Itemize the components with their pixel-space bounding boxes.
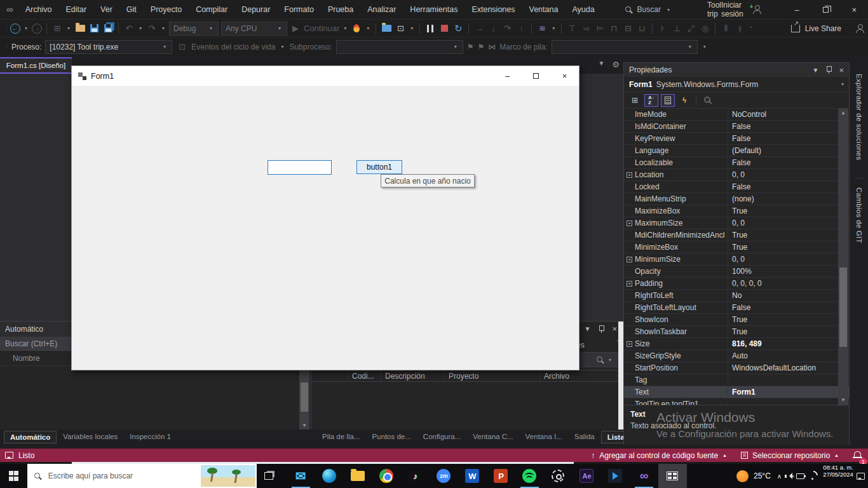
property-row[interactable]: + Location 0, 0 [624, 169, 849, 181]
menu-item[interactable]: Formato [277, 0, 321, 19]
tab-form1-designer[interactable]: Form1.cs [Diseño] [0, 57, 72, 74]
zoom-icon[interactable]: zm [430, 464, 458, 488]
make-same-height-button[interactable]: ⊥ [671, 22, 682, 36]
property-value[interactable] [728, 398, 849, 405]
severity-column[interactable] [311, 370, 348, 381]
align-bottoms-button[interactable]: ⊔ [636, 22, 648, 36]
scroll-up-icon[interactable]: ▲ [838, 109, 848, 118]
scroll-down-icon[interactable]: ▼ [299, 421, 309, 430]
column-header[interactable]: Archivo [540, 370, 618, 381]
save-button[interactable] [88, 22, 100, 36]
property-row[interactable]: + Padding 0, 0, 0, 0 [624, 278, 849, 290]
new-project-button[interactable]: ⊞ [51, 22, 63, 36]
column-header[interactable]: Codi... [348, 370, 381, 381]
form-minimize-button[interactable]: – [493, 66, 522, 86]
make-same-width-button[interactable]: ⊦ [657, 22, 668, 36]
property-row[interactable]: + StartPosition WindowsDefaultLocation [624, 362, 849, 374]
scrollbar-thumb[interactable] [839, 268, 847, 347]
property-row[interactable]: + Opacity 100% [624, 266, 849, 278]
step-into-button[interactable]: ↓ [487, 22, 499, 36]
property-value[interactable]: (none) [728, 193, 849, 205]
size-to-grid-button[interactable]: ◎ [699, 22, 710, 36]
thread-combo[interactable]: ▾ [336, 40, 463, 54]
form-design-surface[interactable]: button1 Calcula en que año nacio [72, 86, 579, 371]
solution-configuration-combo[interactable]: Debug ▾ [169, 22, 219, 36]
edge-icon[interactable] [315, 464, 344, 488]
property-row[interactable]: + RightToLeftLayout False [624, 302, 849, 314]
vertical-tool-tab[interactable]: Explorador de soluciones [855, 65, 863, 169]
select-repository-button[interactable]: Seleccionar repositorio ▲ [741, 451, 839, 460]
properties-vertical-scrollbar[interactable]: ▲ ▼ [838, 109, 848, 405]
chevron-down-icon[interactable]: ▾ [137, 25, 144, 31]
scrollbar-thumb[interactable] [301, 383, 308, 412]
toolbar-grip[interactable]: ⋮ [4, 46, 8, 48]
column-header[interactable]: Descripción [381, 370, 445, 381]
menu-item[interactable]: Depurar [234, 0, 277, 19]
property-value[interactable]: 0, 0 [728, 217, 849, 229]
volume-muted-icon[interactable]: × [785, 473, 793, 480]
property-value[interactable]: False [728, 302, 849, 313]
tab-list-dropdown-icon[interactable]: ▼ [598, 60, 604, 69]
file-explorer-icon[interactable] [344, 464, 372, 488]
tool-window-tab[interactable]: Salida [569, 431, 600, 444]
menu-item[interactable]: Archivo [18, 0, 59, 19]
task-view-button[interactable] [257, 464, 281, 488]
restart-button[interactable]: ↻ [452, 22, 464, 36]
property-row[interactable]: + ShowInTaskbar True [624, 326, 849, 338]
search-highlight-image[interactable] [201, 465, 255, 487]
chevron-down-icon[interactable]: ▾ [550, 25, 557, 31]
redo-button[interactable]: ↷ [146, 22, 158, 36]
property-row[interactable]: + IsMdiContainer False [624, 121, 849, 133]
property-value[interactable]: False [728, 157, 849, 168]
property-row[interactable]: + MdiChildrenMinimizedAncl True [624, 229, 849, 241]
process-combo[interactable]: [10232] Tool trip.exe ▾ [45, 40, 172, 54]
show-threads-icon[interactable]: ⋈ [488, 43, 496, 51]
property-value[interactable]: 0, 0 [728, 169, 849, 180]
property-row[interactable]: + ToolTip en toolTip1 [624, 398, 849, 405]
titlebar-search[interactable]: Buscar ▾ [618, 3, 678, 16]
expand-icon[interactable]: + [627, 341, 632, 347]
live-share-label[interactable]: Live Share [805, 24, 841, 33]
open-file-button[interactable] [74, 22, 86, 36]
property-value[interactable]: 816, 489 [728, 338, 849, 349]
property-pages-button[interactable] [701, 94, 715, 107]
pin-icon[interactable] [826, 66, 831, 74]
property-value[interactable]: No [728, 290, 849, 301]
button1-control[interactable]: button1 [356, 160, 402, 174]
vertical-spacing-button[interactable]: ⫲ [734, 22, 745, 36]
expand-icon[interactable]: + [627, 220, 632, 226]
property-row[interactable]: + Localizable False [624, 157, 849, 169]
events-view-button[interactable]: ϟ [677, 94, 691, 107]
align-lefts-button[interactable]: ⊤ [566, 22, 578, 36]
vertical-tool-tab[interactable]: Cambios de GIT [855, 178, 863, 252]
stop-button[interactable] [438, 22, 450, 36]
align-tops-button[interactable]: ⊓ [608, 22, 620, 36]
step-out-button[interactable]: ↑ [515, 22, 527, 36]
menu-item[interactable]: Extensiones [465, 0, 522, 19]
toolbar-overflow-icon[interactable]: ▾ [702, 44, 708, 50]
property-value[interactable]: False [728, 121, 849, 132]
close-icon[interactable]: × [839, 65, 844, 75]
chrome-icon[interactable] [372, 464, 401, 488]
start-button[interactable] [0, 464, 27, 488]
scroll-down-icon[interactable]: ▼ [838, 396, 848, 405]
form-close-button[interactable]: × [550, 66, 579, 86]
tiktok-icon[interactable]: ♪ [401, 464, 430, 488]
chevron-down-icon[interactable]: ▾ [365, 25, 371, 31]
flag-outline-icon[interactable]: ⚑ [478, 43, 485, 51]
property-value[interactable]: WindowsDefaultLocation [728, 362, 849, 374]
column-header[interactable]: Proyecto [445, 370, 540, 381]
add-to-source-control-button[interactable]: ↑ Agregar al control de código fuente ▲ [591, 451, 727, 460]
property-row[interactable]: + MinimizeBox True [624, 241, 849, 254]
tool-window-tab[interactable]: Ventana I... [520, 431, 568, 444]
property-row[interactable]: + ShowIcon True [624, 314, 849, 326]
tool-window-tab[interactable]: Ventana C... [467, 431, 519, 444]
active-window-icon[interactable] [658, 464, 687, 488]
step-back-button[interactable]: ↷ [501, 22, 513, 36]
navigate-forward-button[interactable]: → [32, 24, 42, 34]
property-value[interactable]: True [728, 229, 849, 241]
undo-button[interactable]: ↶ [123, 22, 135, 36]
property-row[interactable]: + SizeGripStyle Auto [624, 350, 849, 362]
menu-item[interactable]: Proyecto [144, 0, 189, 19]
property-row[interactable]: + MinimumSize 0, 0 [624, 254, 849, 266]
